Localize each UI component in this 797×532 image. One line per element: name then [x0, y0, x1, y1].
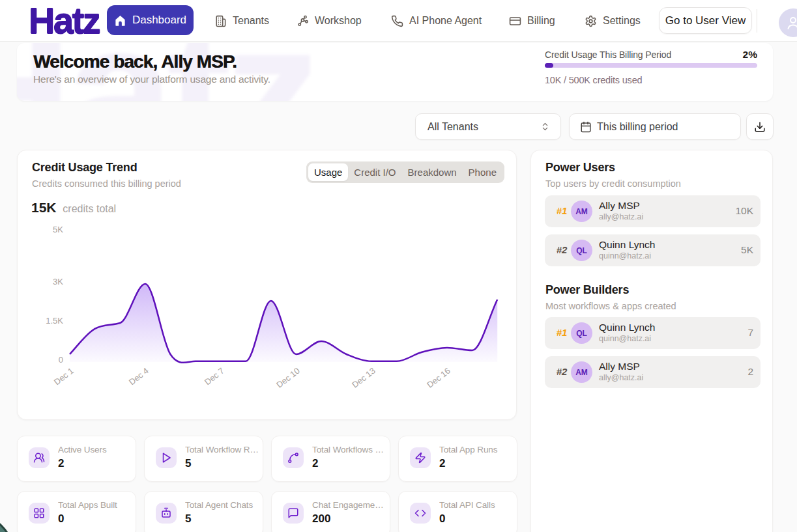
- svg-text:Dec 16: Dec 16: [425, 366, 452, 390]
- svg-text:Dec 13: Dec 13: [350, 366, 377, 390]
- svg-text:Dec 7: Dec 7: [203, 366, 226, 387]
- svg-text:3K: 3K: [53, 277, 63, 287]
- svg-text:5K: 5K: [53, 225, 63, 234]
- svg-text:Dec 10: Dec 10: [274, 366, 302, 390]
- svg-text:Dec 4: Dec 4: [127, 366, 151, 387]
- svg-text:1.5K: 1.5K: [46, 316, 63, 326]
- svg-text:0: 0: [59, 355, 63, 365]
- svg-text:Dec 1: Dec 1: [52, 366, 76, 387]
